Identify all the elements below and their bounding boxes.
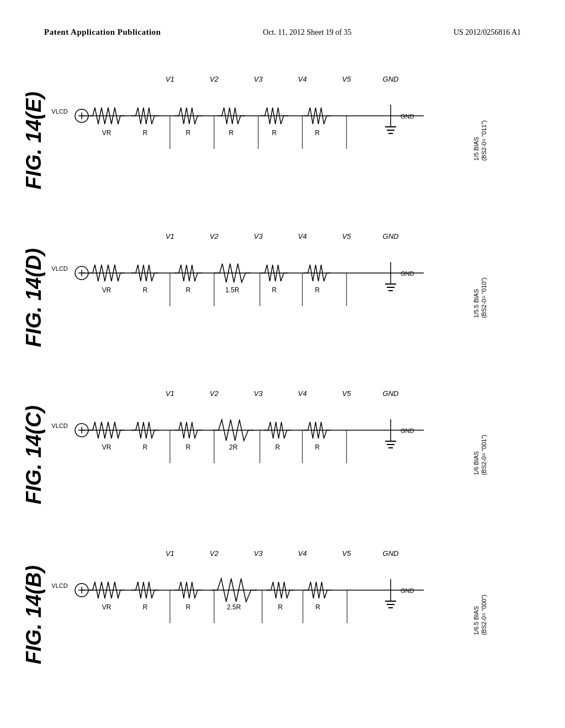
svg-text:R: R [186,603,191,611]
fig-14e-circuit: V1 V2 V3 V4 V5 GND VLCD VR R R [49,72,468,210]
figure-14e-row: FIG. 14(E) V1 V2 V3 V4 V5 GND VLCD VR R [22,66,559,215]
svg-text:V5: V5 [342,75,351,83]
svg-text:V2: V2 [210,549,219,558]
svg-text:VLCD: VLCD [51,422,67,429]
figure-14b-row: FIG. 14(B) V1 V2 V3 V4 V5 GND VLCD VR R … [22,540,559,689]
svg-text:V5: V5 [342,389,351,398]
svg-text:R: R [315,129,320,137]
patent-number-label: US 2012/0256816 A1 [454,28,521,37]
svg-text:V2: V2 [210,232,219,240]
fig-14b-annotation: 1/6.5 BIAS(BS2-0= "000") [472,595,488,635]
svg-text:GND: GND [401,113,414,120]
svg-text:VLCD: VLCD [51,108,67,115]
publication-label: Patent Application Publication [44,28,161,37]
main-content: FIG. 14(E) V1 V2 V3 V4 V5 GND VLCD VR R [0,66,565,728]
svg-text:VR: VR [102,603,111,611]
figure-14c-row: FIG. 14(C) V1 V2 V3 V4 V5 GND VLCD VR R … [22,381,559,529]
svg-text:GND: GND [383,75,399,83]
fig-14d-circuit: V1 V2 V3 V4 V5 GND VLCD VR R R 1.5R [49,229,468,367]
svg-text:V4: V4 [298,389,307,398]
svg-text:R: R [143,129,148,137]
svg-text:VR: VR [102,286,111,294]
svg-text:V5: V5 [342,549,351,558]
svg-text:GND: GND [383,549,399,558]
page-header: Patent Application Publication Oct. 11, … [0,28,565,37]
svg-text:1.5R: 1.5R [225,286,239,294]
fig-14e-label: FIG. 14(E) [22,92,46,189]
svg-text:2R: 2R [229,443,238,451]
svg-text:GND: GND [401,270,414,277]
svg-text:GND: GND [401,587,414,594]
fig-14c-annotation: 1/6 BIAS(BS2-0= "001") [472,435,488,475]
svg-text:V3: V3 [254,549,263,558]
svg-text:R: R [143,603,148,611]
svg-text:R: R [186,443,191,451]
fig-14c-label: FIG. 14(C) [22,405,46,504]
svg-text:V5: V5 [342,232,351,240]
svg-text:R: R [315,286,320,294]
svg-text:R: R [186,129,191,137]
svg-text:GND: GND [383,232,399,240]
date-sheet-label: Oct. 11, 2012 Sheet 19 of 35 [263,28,351,37]
svg-text:V3: V3 [254,75,263,83]
svg-text:R: R [278,603,283,611]
fig-14c-circuit: V1 V2 V3 V4 V5 GND VLCD VR R R 2R [49,386,468,524]
svg-text:VR: VR [102,129,111,137]
svg-text:R: R [143,443,148,451]
fig-14b-circuit: V1 V2 V3 V4 V5 GND VLCD VR R R 2.5R [49,546,468,684]
fig-14d-label: FIG. 14(D) [22,248,46,347]
svg-text:R: R [272,286,277,294]
svg-text:V4: V4 [298,75,307,83]
svg-text:R: R [272,129,277,137]
svg-text:V1: V1 [166,389,174,398]
svg-text:R: R [143,286,148,294]
svg-text:R: R [316,603,321,611]
svg-text:R: R [229,129,234,137]
svg-text:V4: V4 [298,549,307,558]
figure-14d-row: FIG. 14(D) V1 V2 V3 V4 V5 GND VLCD VR R … [22,223,559,372]
fig-14b-label: FIG. 14(B) [22,565,46,664]
svg-text:V1: V1 [166,549,174,558]
svg-text:VLCD: VLCD [51,265,67,272]
svg-text:2.5R: 2.5R [227,603,241,611]
svg-text:V1: V1 [166,75,174,83]
svg-text:R: R [186,286,191,294]
svg-text:GND: GND [383,389,399,398]
svg-text:R: R [275,443,280,451]
fig-14e-annotation: 1/5 BIAS(BS2-0= "011") [472,120,488,161]
svg-text:V1: V1 [166,232,174,240]
svg-text:V4: V4 [298,232,307,240]
svg-text:V2: V2 [210,75,219,83]
svg-text:V2: V2 [210,389,219,398]
svg-text:V3: V3 [254,389,263,398]
svg-text:V3: V3 [254,232,263,240]
svg-text:GND: GND [401,427,414,434]
svg-text:VR: VR [102,443,111,451]
fig-14d-annotation: 1/5.5 BIAS(BS2-0= "010") [472,277,488,318]
svg-text:R: R [315,443,320,451]
svg-text:VLCD: VLCD [51,582,67,589]
